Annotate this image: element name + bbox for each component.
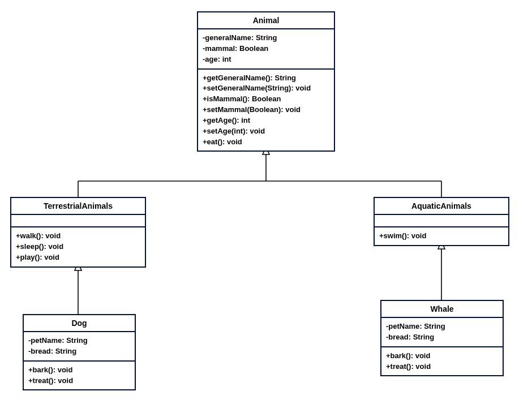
attribute: -bread: String (28, 346, 130, 357)
class-attributes: -petName: String -bread: String (24, 332, 135, 362)
class-methods: +getGeneralName(): String +setGeneralNam… (198, 70, 334, 151)
class-dog: Dog -petName: String -bread: String +bar… (23, 314, 136, 390)
class-title: Dog (24, 315, 135, 332)
class-animal: Animal -generalName: String -mammal: Boo… (197, 11, 335, 152)
attribute: -petName: String (386, 321, 498, 332)
method: +play(): void (16, 252, 140, 263)
method: +isMammal(): Boolean (203, 94, 329, 105)
attribute: -petName: String (28, 336, 130, 346)
method: +swim(): void (379, 231, 504, 242)
class-attributes: -petName: String -bread: String (381, 318, 503, 347)
method: +setAge(int): void (203, 126, 329, 137)
class-attributes (375, 215, 508, 227)
class-methods: +swim(): void (375, 227, 508, 245)
method: +walk(): void (16, 231, 140, 242)
class-attributes (11, 215, 145, 227)
method: +treat(): void (386, 362, 498, 372)
uml-canvas: Animal -generalName: String -mammal: Boo… (0, 0, 532, 417)
attribute: -bread: String (386, 332, 498, 343)
class-title: TerrestrialAnimals (11, 198, 145, 215)
class-methods: +walk(): void +sleep(): void +play(): vo… (11, 227, 145, 266)
class-title: Whale (381, 301, 503, 318)
class-methods: +bark(): void +treat(): void (381, 347, 503, 376)
method: +bark(): void (386, 351, 498, 362)
method: +eat(): void (203, 137, 329, 148)
class-whale: Whale -petName: String -bread: String +b… (380, 300, 504, 376)
method: +sleep(): void (16, 242, 140, 252)
method: +setGeneralName(String): void (203, 83, 329, 94)
method: +bark(): void (28, 365, 130, 376)
attribute: -generalName: String (203, 33, 329, 44)
class-attributes: -generalName: String -mammal: Boolean -a… (198, 29, 334, 70)
class-title: Animal (198, 12, 334, 29)
class-terrestrial-animals: TerrestrialAnimals +walk(): void +sleep(… (10, 197, 146, 268)
attribute: -age: int (203, 54, 329, 65)
attribute: -mammal: Boolean (203, 44, 329, 54)
class-title: AquaticAnimals (375, 198, 508, 215)
method: +treat(): void (28, 376, 130, 386)
class-aquatic-animals: AquaticAnimals +swim(): void (374, 197, 509, 246)
class-methods: +bark(): void +treat(): void (24, 362, 135, 390)
method: +getAge(): int (203, 115, 329, 126)
method: +setMammal(Boolean): void (203, 105, 329, 115)
method: +getGeneralName(): String (203, 73, 329, 84)
